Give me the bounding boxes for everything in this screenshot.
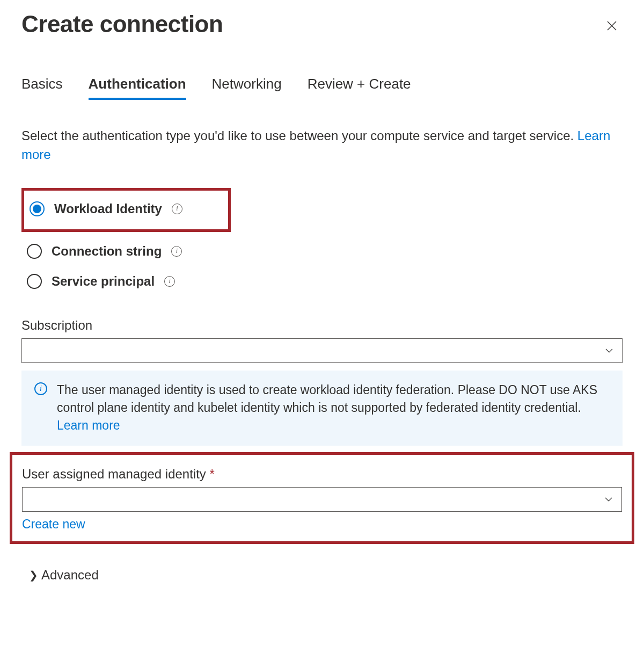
uami-section: User assigned managed identity * Create …: [10, 452, 634, 544]
chevron-down-icon: [604, 495, 613, 504]
close-button[interactable]: [601, 15, 623, 38]
tab-authentication[interactable]: Authentication: [89, 76, 186, 100]
info-banner-text: The user managed identity is used to cre…: [57, 383, 597, 415]
subscription-dropdown[interactable]: [21, 338, 623, 363]
info-banner: i The user managed identity is used to c…: [21, 371, 623, 446]
close-icon: [605, 26, 618, 34]
advanced-label: Advanced: [41, 568, 99, 583]
auth-description: Select the authentication type you'd lik…: [21, 127, 623, 164]
create-new-link[interactable]: Create new: [22, 517, 85, 532]
radio-service-principal[interactable]: Service principal i: [21, 266, 623, 296]
tab-basics[interactable]: Basics: [21, 76, 63, 100]
chevron-right-icon: ❯: [29, 569, 38, 582]
auth-description-text: Select the authentication type you'd lik…: [21, 128, 577, 143]
uami-label: User assigned managed identity *: [22, 467, 622, 482]
page-title: Create connection: [21, 11, 223, 38]
radio-button-icon: [27, 244, 42, 259]
tab-networking[interactable]: Networking: [212, 76, 282, 100]
required-indicator: *: [210, 467, 215, 481]
advanced-toggle[interactable]: ❯ Advanced: [29, 568, 623, 583]
radio-connection-string[interactable]: Connection string i: [21, 236, 623, 266]
chevron-down-icon: [605, 346, 613, 355]
subscription-label: Subscription: [21, 318, 623, 333]
radio-workload-identity[interactable]: Workload Identity i: [21, 188, 231, 232]
radio-label: Service principal: [52, 274, 155, 289]
info-icon[interactable]: i: [171, 246, 182, 257]
radio-button-icon: [27, 274, 42, 289]
info-icon: i: [34, 382, 47, 395]
info-banner-learn-more-link[interactable]: Learn more: [57, 418, 120, 432]
info-icon[interactable]: i: [164, 276, 175, 287]
auth-type-radio-group: Workload Identity i Connection string i …: [21, 188, 623, 296]
uami-label-text: User assigned managed identity: [22, 467, 206, 481]
info-icon[interactable]: i: [172, 204, 182, 214]
tabs: Basics Authentication Networking Review …: [21, 76, 623, 100]
uami-dropdown[interactable]: [22, 487, 622, 512]
radio-label: Workload Identity: [54, 201, 162, 216]
tab-review-create[interactable]: Review + Create: [308, 76, 411, 100]
radio-label: Connection string: [52, 244, 162, 259]
radio-button-icon: [30, 201, 45, 216]
